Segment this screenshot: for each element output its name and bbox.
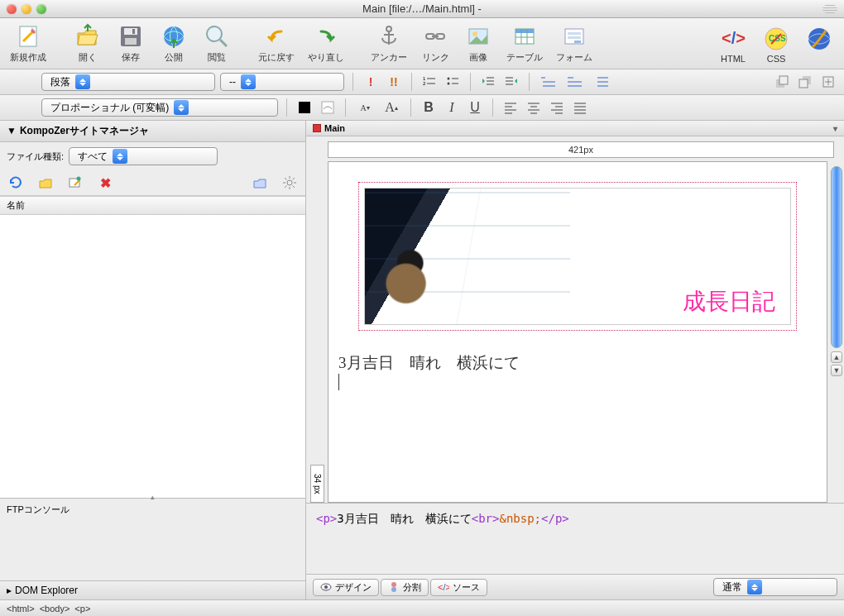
ftp-console-section[interactable]: ▴ FTPコンソール <box>0 498 305 580</box>
svg-point-24 <box>448 78 450 80</box>
outdent-icon[interactable] <box>479 73 497 91</box>
em-strong-icon[interactable]: ! <box>362 73 380 91</box>
dl-icon[interactable] <box>538 73 559 91</box>
svg-rect-4 <box>132 29 135 34</box>
new-button[interactable]: 新規作成 <box>5 21 51 65</box>
filetype-select[interactable]: すべて <box>69 147 218 165</box>
split-tab[interactable]: 分割 <box>381 579 429 596</box>
delete-site-icon[interactable]: ✖ <box>96 174 114 192</box>
format-bar-1: 段落 -- ! !! 12 <box>0 69 844 95</box>
vertical-ruler[interactable]: 34 px <box>306 161 328 503</box>
open-button[interactable]: 開く <box>68 21 108 65</box>
svg-point-34 <box>77 177 81 181</box>
dt-icon[interactable] <box>564 73 586 91</box>
svg-point-35 <box>287 180 292 185</box>
align-center-icon[interactable] <box>525 98 543 117</box>
indent-icon[interactable] <box>502 73 520 91</box>
banner-container[interactable]: 成長日記 <box>358 182 797 331</box>
new-folder-icon[interactable] <box>251 174 269 192</box>
table-button[interactable]: テーブル <box>501 21 548 65</box>
breadcrumb-html[interactable]: <html> <box>7 604 35 614</box>
horizontal-ruler[interactable]: 421px <box>328 141 834 158</box>
layer-back-icon[interactable] <box>796 73 814 91</box>
open-site-icon[interactable] <box>36 174 55 192</box>
globe-feather-icon <box>806 26 832 52</box>
svg-rect-17 <box>574 41 581 43</box>
source-tab[interactable]: </>ソース <box>430 579 487 596</box>
breadcrumb-body[interactable]: <body> <box>40 604 70 614</box>
source-preview[interactable]: <p>3月吉日 晴れ 横浜にて<br>&nbsp;</p> <box>306 503 844 574</box>
tab-menu-icon[interactable]: ▾ <box>833 124 837 133</box>
publish-button[interactable]: 公開 <box>154 21 194 65</box>
refresh-icon[interactable] <box>7 174 25 192</box>
design-tab[interactable]: デザイン <box>313 579 379 596</box>
redo-button[interactable]: やり直し <box>303 21 349 65</box>
ul-icon[interactable] <box>444 73 462 91</box>
layer-add-icon[interactable] <box>819 73 837 91</box>
bold-icon[interactable]: B <box>420 98 438 117</box>
layer-front-icon[interactable] <box>773 73 791 91</box>
svg-text:</>: </> <box>722 29 746 47</box>
save-button[interactable]: 保存 <box>111 21 151 65</box>
breadcrumb-p[interactable]: <p> <box>74 604 90 614</box>
html-icon: </> <box>720 26 746 52</box>
browse-icon <box>204 23 230 50</box>
ol-icon[interactable]: 12 <box>420 73 439 91</box>
ext-button[interactable] <box>799 24 839 65</box>
bg-color-icon[interactable] <box>319 98 337 117</box>
underline-icon[interactable]: U <box>466 98 484 117</box>
italic-icon[interactable]: I <box>443 98 461 117</box>
svg-rect-29 <box>799 79 808 88</box>
decrease-font-icon[interactable]: A▾ <box>354 98 376 117</box>
table-icon <box>511 23 538 50</box>
style-select[interactable]: -- <box>220 73 344 91</box>
open-icon <box>74 23 101 50</box>
svg-rect-15 <box>568 32 581 35</box>
scroll-down-icon[interactable]: ▼ <box>831 365 842 376</box>
form-icon <box>561 23 587 50</box>
site-manager-header[interactable]: ▼KompoZerサイトマネージャ <box>0 121 305 142</box>
browse-button[interactable]: 閲覧 <box>197 21 237 65</box>
svg-rect-31 <box>299 102 310 113</box>
source-icon: </> <box>438 581 449 593</box>
svg-point-25 <box>448 83 450 85</box>
align-justify-icon[interactable] <box>571 98 589 117</box>
file-list[interactable] <box>0 215 305 498</box>
font-select[interactable]: プロポーショナル (可変幅) <box>41 98 278 117</box>
settings-icon[interactable] <box>281 174 299 192</box>
text-color-icon[interactable] <box>295 98 314 117</box>
filetype-label: ファイル種類: <box>7 150 64 163</box>
align-right-icon[interactable] <box>548 98 566 117</box>
site-manager-panel: ▼KompoZerサイトマネージャ ファイル種類: すべて ✖ 名前 ▴ FTP… <box>0 121 306 599</box>
anchor-button[interactable]: アンカー <box>366 21 412 65</box>
undo-button[interactable]: 元に戻す <box>253 21 300 65</box>
image-button[interactable]: 画像 <box>458 21 498 65</box>
increase-font-icon[interactable]: A▴ <box>381 98 402 117</box>
dd-icon[interactable] <box>591 73 612 91</box>
paragraph-select[interactable]: 段落 <box>41 73 215 91</box>
document-tab[interactable]: Main ▾ <box>306 121 844 136</box>
svg-rect-3 <box>125 38 137 45</box>
edit-site-icon[interactable] <box>66 174 84 192</box>
align-left-icon[interactable] <box>501 98 520 117</box>
anchor-icon <box>376 23 402 50</box>
svg-rect-2 <box>124 28 137 35</box>
body-paragraph[interactable]: 3月吉日 晴れ 横浜にて <box>338 352 817 394</box>
html-button[interactable]: </> HTML <box>713 24 753 65</box>
banner-photo[interactable] <box>365 189 570 324</box>
em-emphasis-icon[interactable]: !! <box>385 73 403 91</box>
vertical-scrollbar[interactable] <box>831 166 842 348</box>
link-button[interactable]: リンク <box>415 21 455 65</box>
svg-text:2: 2 <box>423 81 426 86</box>
dom-explorer-header[interactable]: ▸DOM Explorer <box>0 580 305 599</box>
banner-title[interactable]: 成長日記 <box>570 286 790 324</box>
file-list-header[interactable]: 名前 <box>0 196 305 215</box>
scroll-up-icon[interactable]: ▲ <box>831 351 842 363</box>
status-bar: <html> <body> <p> <box>0 599 844 616</box>
disclosure-triangle-icon: ▼ <box>7 125 17 136</box>
render-mode-select[interactable]: 通常 <box>713 578 837 596</box>
css-button[interactable]: CSS CSS <box>756 24 796 65</box>
css-icon: CSS <box>763 26 789 52</box>
design-canvas[interactable]: 成長日記 3月吉日 晴れ 横浜にて <box>328 161 827 503</box>
form-button[interactable]: フォーム <box>551 21 597 65</box>
